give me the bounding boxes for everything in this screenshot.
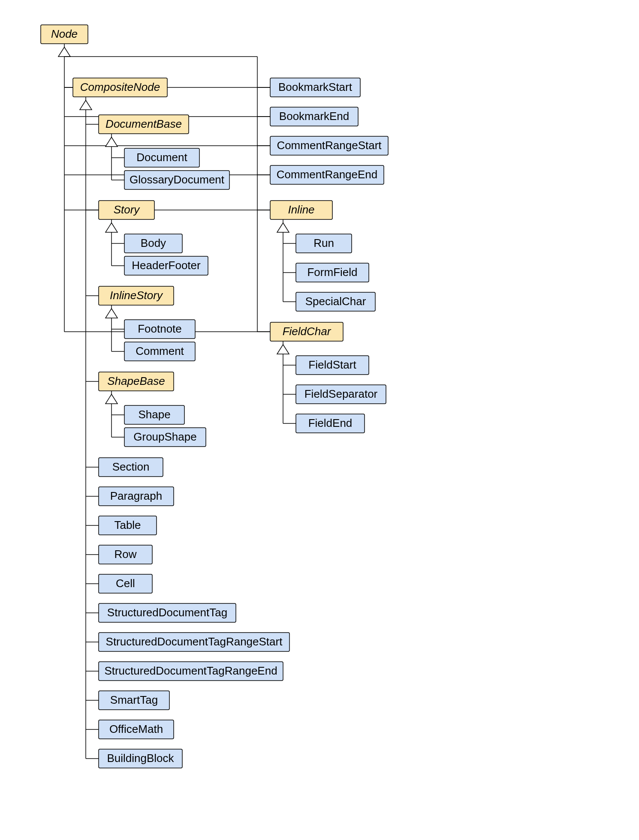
class-node-table: Table: [99, 516, 157, 535]
class-label: GroupShape: [133, 430, 196, 443]
class-node-node: Node: [41, 25, 88, 44]
class-node-document: Document: [124, 148, 199, 167]
class-node-composite-node: CompositeNode: [73, 78, 167, 97]
class-label: DocumentBase: [105, 117, 182, 130]
class-label: Section: [112, 460, 150, 473]
inheritance-arrowhead: [277, 223, 289, 232]
class-node-structured-document-tag-range-end: StructuredDocumentTagRangeEnd: [99, 662, 283, 681]
inheritance-arrowhead: [105, 137, 118, 147]
class-node-glossary-document: GlossaryDocument: [124, 171, 229, 189]
class-label: Node: [51, 27, 78, 40]
class-label: HeaderFooter: [132, 259, 201, 272]
class-node-field-start: FieldStart: [296, 356, 369, 375]
inheritance-arrowhead: [105, 394, 118, 404]
class-node-bookmark-end: BookmarkEnd: [270, 107, 358, 126]
class-label: Run: [313, 237, 334, 249]
inheritance-arrowhead: [105, 223, 118, 232]
class-node-comment-range-end: CommentRangeEnd: [270, 165, 384, 184]
class-label: FormField: [307, 266, 357, 279]
class-label: Table: [114, 519, 141, 531]
class-node-section: Section: [99, 458, 163, 477]
class-label: BuildingBlock: [107, 752, 174, 765]
inheritance-arrowhead: [277, 345, 289, 354]
class-node-run: Run: [296, 234, 352, 253]
class-label: Cell: [116, 577, 135, 590]
class-node-structured-document-tag-range-start: StructuredDocumentTagRangeStart: [99, 633, 289, 651]
class-node-shape-base: ShapeBase: [99, 372, 174, 391]
class-label: GlossaryDocument: [130, 173, 225, 186]
class-node-form-field: FormField: [296, 263, 369, 282]
class-label: Inline: [288, 203, 314, 216]
class-label: SmartTag: [110, 693, 158, 706]
class-node-header-footer: HeaderFooter: [124, 256, 208, 275]
class-label: CommentRangeStart: [277, 139, 382, 152]
class-node-inline: Inline: [270, 201, 332, 219]
class-node-body: Body: [124, 234, 182, 253]
class-label: ShapeBase: [107, 375, 165, 387]
class-label: Row: [114, 548, 136, 561]
class-label: Comment: [136, 345, 184, 357]
nodes-layer: NodeCompositeNodeDocumentBaseDocumentGlo…: [41, 25, 388, 768]
class-node-structured-document-tag: StructuredDocumentTag: [99, 603, 236, 622]
class-node-smart-tag: SmartTag: [99, 691, 169, 710]
class-node-comment-range-start: CommentRangeStart: [270, 136, 388, 155]
class-node-field-char: FieldChar: [270, 322, 343, 341]
class-label: Document: [136, 151, 187, 164]
class-label: BookmarkEnd: [279, 110, 349, 123]
class-label: Story: [114, 203, 141, 216]
class-node-comment: Comment: [124, 342, 195, 361]
class-label: StructuredDocumentTag: [107, 606, 227, 619]
class-node-cell: Cell: [99, 574, 152, 593]
class-node-bookmark-start: BookmarkStart: [270, 78, 360, 97]
class-node-group-shape: GroupShape: [124, 428, 206, 447]
class-label: FieldChar: [283, 325, 332, 338]
inheritance-arrowhead: [58, 47, 70, 57]
class-label: SpecialChar: [305, 295, 366, 308]
class-node-row: Row: [99, 545, 152, 564]
class-label: Body: [141, 237, 166, 249]
inheritance-arrowhead: [80, 100, 92, 110]
class-node-field-end: FieldEnd: [296, 414, 365, 433]
class-node-document-base: DocumentBase: [99, 115, 189, 134]
class-node-story: Story: [99, 201, 154, 219]
class-label: Paragraph: [110, 489, 162, 502]
class-node-special-char: SpecialChar: [296, 292, 375, 311]
class-label: Shape: [138, 408, 170, 421]
class-label: Footnote: [138, 322, 182, 335]
class-label: StructuredDocumentTagRangeStart: [106, 635, 283, 648]
class-label: CommentRangeEnd: [277, 168, 378, 181]
class-node-building-block: BuildingBlock: [99, 749, 182, 768]
class-label: InlineStory: [110, 289, 163, 302]
class-node-footnote: Footnote: [124, 320, 195, 339]
class-node-inline-story: InlineStory: [99, 286, 174, 305]
class-node-office-math: OfficeMath: [99, 720, 174, 739]
class-label: CompositeNode: [80, 81, 160, 93]
class-label: FieldStart: [308, 358, 356, 371]
class-label: BookmarkStart: [278, 81, 353, 93]
class-hierarchy-diagram: NodeCompositeNodeDocumentBaseDocumentGlo…: [0, 0, 639, 840]
class-label: FieldSeparator: [304, 387, 378, 400]
class-label: FieldEnd: [308, 417, 353, 429]
class-label: StructuredDocumentTagRangeEnd: [104, 664, 277, 677]
class-node-shape: Shape: [124, 405, 184, 424]
class-node-field-separator: FieldSeparator: [296, 385, 386, 404]
class-node-paragraph: Paragraph: [99, 487, 174, 506]
inheritance-arrowhead: [105, 309, 118, 318]
class-label: OfficeMath: [109, 723, 163, 735]
